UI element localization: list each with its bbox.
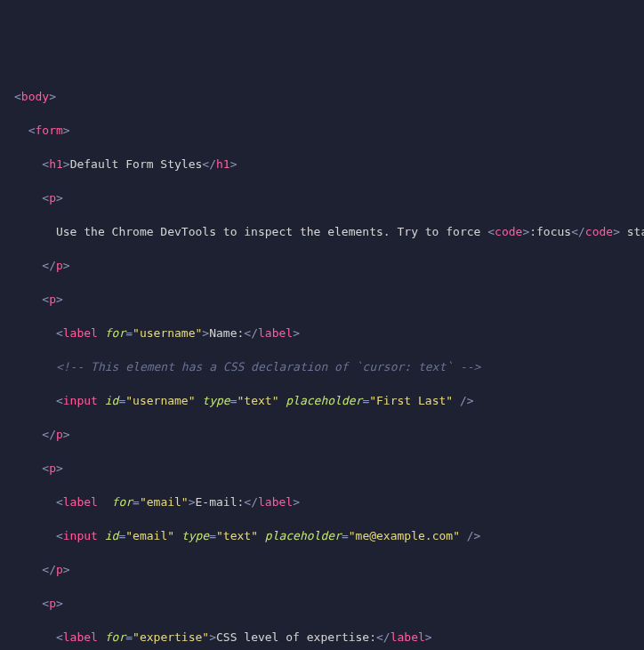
code-line: <form> bbox=[7, 122, 644, 139]
code-line: <p> bbox=[7, 595, 644, 612]
code-line: <h1>Default Form Styles</h1> bbox=[7, 156, 644, 173]
code-line: <body> bbox=[7, 88, 644, 105]
code-line: <input id="username" type="text" placeho… bbox=[7, 392, 644, 409]
code-line: <!-- This element has a CSS declaration … bbox=[7, 358, 644, 375]
code-line: <label for="username">Name:</label> bbox=[7, 325, 644, 341]
code-line: </p> bbox=[7, 426, 644, 443]
code-line: Use the Chrome DevTools to inspect the e… bbox=[7, 223, 644, 240]
code-editor[interactable]: <body> <form> <h1>Default Form Styles</h… bbox=[0, 68, 644, 650]
code-line: <label for="expertise">CSS level of expe… bbox=[7, 629, 644, 646]
code-line: </p> bbox=[7, 257, 644, 274]
code-line: </p> bbox=[7, 561, 644, 578]
code-line: <p> bbox=[7, 460, 644, 477]
code-line: <p> bbox=[7, 291, 644, 308]
code-line: <label for="email">E-mail:</label> bbox=[7, 494, 644, 510]
code-line: <input id="email" type="text" placeholde… bbox=[7, 527, 644, 544]
code-line: <p> bbox=[7, 189, 644, 206]
